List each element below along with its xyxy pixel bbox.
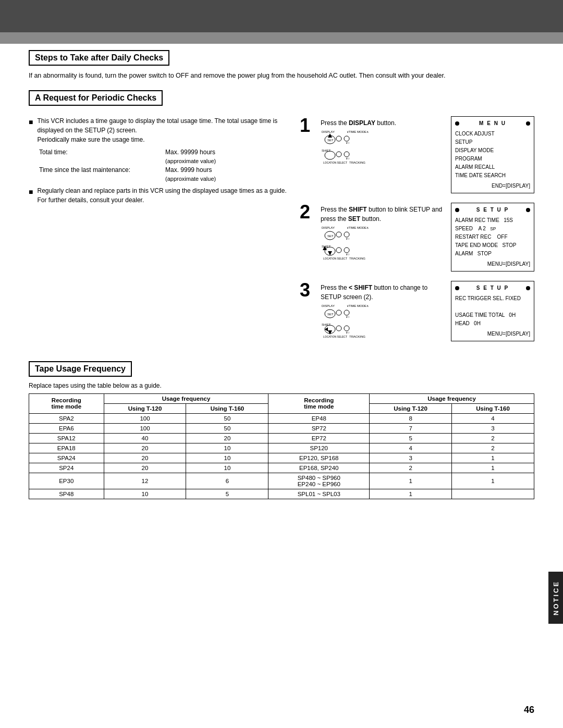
th-recording-mode: Recordingtime mode (29, 393, 104, 413)
screen-line: RESTART REC OFF (455, 233, 530, 241)
screen-line: PROGRAM (455, 155, 530, 163)
svg-marker-28 (328, 251, 332, 255)
table-row: SPA124020EP7252 (29, 433, 534, 443)
svg-point-41 (344, 326, 349, 331)
total-value: Max. 99999 hours (165, 149, 289, 156)
section-tape-usage: Tape Usage Frequency Replace tapes using… (29, 361, 534, 499)
svg-point-35 (336, 310, 341, 315)
bullet-item-2: ■ Regularly clean and replace parts in t… (29, 186, 289, 205)
svg-text:DISPLAY: DISPLAY (322, 304, 335, 307)
step-2-desc: Press the SHIFT button to blink SETUP an… (321, 203, 445, 224)
svg-text:∨○: ∨○ (346, 237, 350, 240)
table-cell: 3 (370, 453, 452, 463)
table-cell: 10 (104, 489, 186, 499)
screen-line (455, 303, 530, 311)
total-approx: (approximate value) (165, 158, 289, 164)
screen-line: TIME DATE SEARCH (455, 171, 530, 180)
step-2-screen-header: S E T U P (476, 206, 509, 214)
screen-dot-left (455, 208, 459, 212)
table-cell: 8 (370, 413, 452, 423)
table-cell: 1 (370, 473, 452, 489)
page-number: 46 (524, 705, 534, 715)
screen-dot-right (526, 208, 530, 212)
table-cell: SP72 (268, 423, 370, 433)
table-cell: SP48 (29, 489, 104, 499)
svg-text:SHIFT: SHIFT (322, 245, 331, 248)
step-3-number: 3 (300, 281, 314, 300)
svg-text:TRACKING: TRACKING (349, 335, 365, 338)
table-cell: SPA12 (29, 433, 104, 443)
th-t160-2: Using T-160 (452, 403, 534, 413)
screen-line: SETUP (455, 138, 530, 146)
table-cell: 10 (186, 453, 268, 463)
screen-line: ALARM RECALL (455, 163, 530, 171)
svg-point-25 (344, 248, 349, 253)
total-label: Total time: (39, 149, 163, 156)
svg-text:LOCATION SELECT: LOCATION SELECT (323, 161, 347, 164)
screen-dot-right (526, 286, 530, 290)
table-cell: 100 (104, 423, 186, 433)
table-cell: 1 (452, 473, 534, 489)
table-cell: 3 (452, 423, 534, 433)
bullet-text-2: Regularly clean and replace parts in thi… (37, 186, 289, 205)
bullet-icon-2: ■ (29, 187, 33, 205)
svg-text:∨○: ∨○ (346, 315, 350, 318)
step-2-screen: S E T U P ALARM REC TIME 15S SPEED A 2 S… (451, 203, 534, 272)
svg-point-4 (336, 136, 341, 141)
table-cell: SPA2 (29, 413, 104, 423)
th-usage-freq-2: Usage frequency (370, 393, 534, 403)
step-3-desc: Press the < SHIFT button to change to SE… (321, 281, 445, 302)
section-periodic-checks: A Request for Periodic Checks ■ This VCR… (29, 90, 534, 351)
step-3: 3 Press the < SHIFT button to change to … (300, 281, 534, 341)
table-cell: 10 (186, 443, 268, 453)
screen-dot-left (455, 286, 459, 290)
table-cell: 40 (104, 433, 186, 443)
section1-intro: If an abnormality is found, turn the pow… (29, 71, 534, 81)
screen-line: CLOCK ADJUST (455, 130, 530, 138)
table-cell: EPA18 (29, 443, 104, 453)
svg-text:SET: SET (327, 235, 334, 238)
svg-point-40 (336, 326, 341, 331)
table-cell: 5 (370, 433, 452, 443)
maintenance-value: Max. 9999 hours (165, 166, 289, 174)
table-cell: 7 (370, 423, 452, 433)
step-2: 2 Press the SHIFT button to blink SETUP … (300, 203, 534, 272)
step-1-screen-header: M E N U (479, 119, 506, 128)
side-notice: NOTICE (548, 572, 563, 624)
table-cell: 6 (186, 473, 268, 489)
svg-text:DISPLAY: DISPLAY (322, 226, 335, 229)
section3-title: Tape Usage Frequency (29, 361, 132, 377)
section1-title: Steps to Take after Daily Checks (29, 50, 169, 66)
svg-point-19 (336, 232, 341, 237)
table-cell: 50 (186, 413, 268, 423)
table-row: EP30126SP480 ~ SP960EP240 ~ EP96011 (29, 473, 534, 489)
svg-point-36 (344, 310, 349, 315)
top-banner (0, 0, 563, 32)
table-row: EPA182010SP12042 (29, 443, 534, 453)
right-column: 1 Press the DISPLAY button. DISPLAY ∨TIM… (300, 116, 534, 351)
screen-dot-left (455, 121, 459, 126)
table-cell: 2 (370, 463, 452, 473)
svg-text:∨TIME MODE∧: ∨TIME MODE∧ (347, 226, 369, 229)
table-cell: 20 (186, 433, 268, 443)
svg-text:TRACKING: TRACKING (349, 161, 365, 164)
th-usage-freq-1: Usage frequency (104, 393, 268, 403)
section-daily-checks: Steps to Take after Daily Checks If an a… (29, 50, 534, 81)
svg-text:∨TIME MODE∧: ∨TIME MODE∧ (347, 130, 369, 133)
svg-text:SET: SET (327, 313, 334, 316)
step-3-screen: S E T U P REC TRIGGER SEL. FIXED USAGE T… (451, 281, 534, 341)
svg-point-11 (344, 152, 349, 157)
sub-banner (0, 32, 563, 44)
screen-line: HEAD 0H (455, 319, 530, 328)
screen-line: USAGE TIME TOTAL 0H (455, 311, 530, 319)
bullet-icon: ■ (29, 117, 33, 144)
table-cell: 50 (186, 423, 268, 433)
svg-text:SHIFT: SHIFT (322, 323, 331, 326)
th-t120-2: Using T-120 (370, 403, 452, 413)
svg-text:SHIFT: SHIFT (322, 149, 331, 152)
table-cell: 4 (370, 443, 452, 453)
bullet-item-1: ■ This VCR includes a time gauge to disp… (29, 116, 289, 144)
table-cell: 10 (186, 463, 268, 473)
table-cell: EP30 (29, 473, 104, 489)
svg-point-5 (344, 136, 349, 141)
